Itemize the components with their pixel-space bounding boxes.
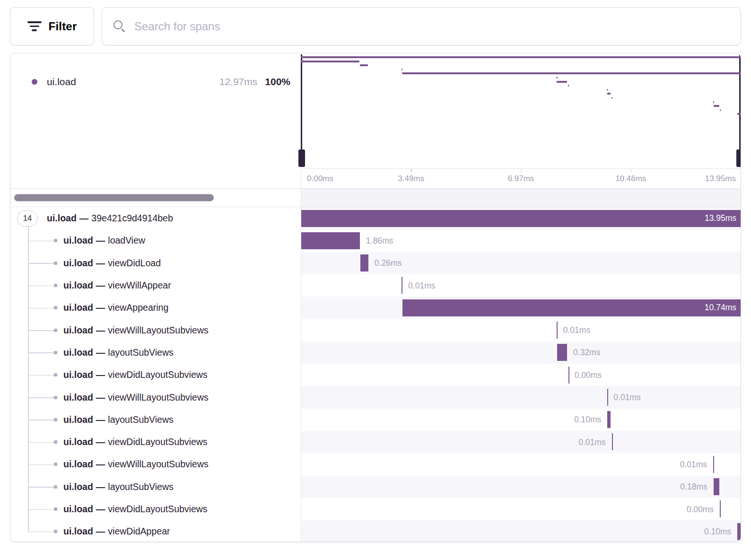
search-icon	[114, 20, 126, 33]
tree-connector-line	[28, 352, 54, 353]
span-tree-cell[interactable]: ui.load—viewWillAppear	[10, 274, 301, 297]
minimap-span-bar	[301, 56, 741, 58]
span-bar-cell: 0.00ms	[301, 364, 741, 386]
span-row[interactable]: ui.load—layoutSubViews0.10ms	[10, 409, 741, 431]
span-duration-text: 0.01ms	[408, 280, 435, 290]
ops-breakdown-row[interactable]: ui.load 12.97ms 100%	[10, 53, 301, 88]
span-duration-bar[interactable]	[557, 322, 558, 339]
span-tree-cell[interactable]: ui.load—viewWillLayoutSubviews	[10, 386, 301, 408]
tree-bullet	[54, 508, 57, 511]
tree-bullet	[54, 373, 57, 376]
span-duration-bar[interactable]	[612, 433, 613, 450]
filter-button[interactable]: Filter	[10, 7, 94, 45]
op-color-dot	[32, 79, 37, 85]
span-duration-text: 10.74ms	[705, 303, 741, 313]
span-bar-cell: 0.32ms	[301, 341, 741, 364]
span-tree-cell[interactable]: ui.load—viewDidLayoutSubviews	[10, 431, 301, 453]
span-tree-cell[interactable]: ui.load—layoutSubViews	[10, 476, 301, 498]
span-duration-bar[interactable]	[607, 389, 608, 406]
minimap-span-bar	[714, 105, 719, 107]
tree-connector-line	[28, 442, 54, 443]
span-row[interactable]: ui.load—viewWillLayoutSubviews0.01ms	[10, 453, 741, 475]
span-bar-cell: 0.01ms	[301, 453, 741, 475]
axis-tick-label: 6.97ms	[508, 174, 534, 184]
span-duration-bar[interactable]	[714, 478, 719, 495]
tree-connector-line	[28, 509, 54, 510]
minimap-span-bar	[402, 69, 402, 70]
minimap-right-grip[interactable]	[736, 149, 741, 167]
span-bar-cell: 0.01ms	[301, 386, 741, 408]
minimap-span-bar	[737, 113, 741, 115]
tree-bullet	[54, 329, 57, 332]
filter-icon	[27, 21, 42, 31]
op-duration: 12.97ms	[219, 76, 258, 88]
span-duration-bar[interactable]: 10.74ms	[402, 299, 741, 316]
span-tree-cell[interactable]: ui.load—viewDidLoad	[10, 252, 301, 274]
span-row[interactable]: ui.load—viewDidLayoutSubviews0.00ms	[10, 364, 741, 386]
tree-connector-line	[28, 286, 54, 287]
tree-connector-line	[28, 241, 54, 242]
span-tree-cell[interactable]: 14ui.load—39e421c9d4914beb	[10, 207, 301, 229]
tree-bullet	[54, 463, 57, 466]
span-tree-cell[interactable]: ui.load—viewDidAppear	[10, 520, 301, 542]
minimap-span-bar	[607, 89, 608, 91]
span-duration-bar[interactable]	[568, 367, 569, 384]
span-duration-bar[interactable]	[557, 344, 567, 361]
span-tree-cell[interactable]: ui.load—layoutSubViews	[10, 341, 301, 364]
span-row[interactable]: ui.load—viewDidLoad0.26ms	[10, 252, 741, 274]
tree-bullet	[54, 284, 57, 287]
span-duration-text: 0.10ms	[704, 526, 731, 536]
tree-bullet	[54, 418, 57, 421]
trace-waterfall-panel: ui.load 12.97ms 100% 0.00ms3.49ms6.97ms1…	[10, 53, 741, 542]
span-tree-cell[interactable]: ui.load—layoutSubViews	[10, 409, 301, 431]
minimap-span-bar	[557, 77, 558, 79]
minimap-span-bar	[607, 93, 611, 95]
span-row[interactable]: ui.load—viewWillLayoutSubviews0.01ms	[10, 386, 741, 408]
span-duration-bar[interactable]	[360, 254, 368, 271]
span-row[interactable]: ui.load—loadView1.86ms	[10, 229, 741, 252]
span-row[interactable]: ui.load—viewDidAppear0.10ms	[10, 520, 741, 542]
tree-bullet	[54, 239, 57, 242]
span-duration-bar[interactable]	[402, 277, 402, 294]
span-row[interactable]: 14ui.load—39e421c9d4914beb13.95ms	[10, 207, 741, 229]
minimap-left-grip[interactable]	[298, 149, 305, 167]
span-duration-text: 0.01ms	[680, 459, 707, 469]
span-duration-bar[interactable]	[737, 523, 741, 540]
span-duration-bar[interactable]	[301, 232, 360, 249]
span-tree-cell[interactable]: ui.load—viewDidLayoutSubviews	[10, 364, 301, 386]
span-tree-cell[interactable]: ui.load—viewWillLayoutSubviews	[10, 319, 301, 341]
trace-minimap[interactable]	[301, 53, 741, 168]
axis-tick-label: 0.00ms	[307, 174, 333, 184]
span-row[interactable]: ui.load—viewWillLayoutSubviews0.01ms	[10, 319, 741, 341]
minimap-span-bar	[301, 61, 359, 62]
span-row[interactable]: ui.load—viewAppearing10.74ms	[10, 297, 741, 319]
toolbar: Filter	[0, 0, 751, 45]
span-tree-cell[interactable]: ui.load—viewAppearing	[10, 297, 301, 319]
search-box[interactable]	[102, 7, 741, 45]
span-row[interactable]: ui.load—viewDidLayoutSubviews0.01ms	[10, 431, 741, 453]
span-bar-cell: 0.10ms	[301, 409, 741, 431]
span-duration-text: 13.95ms	[705, 213, 741, 223]
span-duration-bar[interactable]	[607, 411, 611, 428]
span-row[interactable]: ui.load—layoutSubViews0.32ms	[10, 341, 741, 364]
axis-tick-mark	[521, 169, 522, 172]
span-duration-bar[interactable]: 13.95ms	[301, 210, 741, 227]
span-row[interactable]: ui.load—layoutSubViews0.18ms	[10, 476, 741, 498]
tree-bullet	[54, 396, 57, 399]
minimap-span-bar	[557, 81, 567, 83]
span-duration-bar[interactable]	[713, 456, 714, 473]
search-input[interactable]	[134, 20, 729, 33]
span-row[interactable]: ui.load—viewDidLayoutSubviews0.00ms	[10, 498, 741, 520]
span-duration-bar[interactable]	[720, 500, 721, 517]
children-count-badge[interactable]: 14	[17, 210, 38, 227]
divider-row	[10, 188, 741, 207]
span-row[interactable]: ui.load—viewWillAppear0.01ms	[10, 274, 741, 297]
span-tree-cell[interactable]: ui.load—loadView	[10, 229, 301, 252]
span-tree-cell[interactable]: ui.load—viewWillLayoutSubviews	[10, 453, 301, 475]
horizontal-scrollbar[interactable]	[14, 194, 214, 201]
span-tree-cell[interactable]: ui.load—viewDidLayoutSubviews	[10, 498, 301, 520]
span-bar-cell: 10.74ms	[301, 297, 741, 319]
tree-bullet	[54, 351, 57, 354]
span-rows: 14ui.load—39e421c9d4914beb13.95msui.load…	[10, 207, 741, 542]
tree-connector-line	[28, 487, 54, 488]
